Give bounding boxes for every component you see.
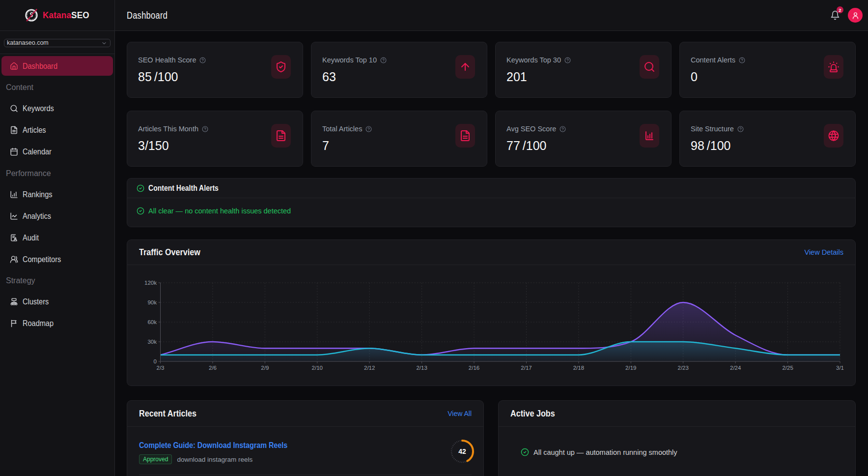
svg-text:2/6: 2/6 bbox=[209, 365, 217, 371]
svg-text:2/12: 2/12 bbox=[364, 365, 375, 371]
svg-text:2/16: 2/16 bbox=[469, 365, 479, 371]
svg-text:2/19: 2/19 bbox=[625, 365, 636, 371]
svg-text:2/17: 2/17 bbox=[521, 365, 532, 371]
svg-text:2/9: 2/9 bbox=[261, 365, 269, 371]
svg-text:90k: 90k bbox=[147, 299, 157, 305]
svg-text:2/18: 2/18 bbox=[573, 365, 584, 371]
svg-text:2/25: 2/25 bbox=[782, 365, 793, 371]
svg-text:2/3: 2/3 bbox=[157, 365, 165, 371]
svg-text:2/23: 2/23 bbox=[678, 365, 689, 371]
svg-text:30k: 30k bbox=[147, 339, 157, 345]
svg-text:42: 42 bbox=[458, 447, 466, 455]
svg-text:0: 0 bbox=[154, 358, 157, 364]
svg-text:120k: 120k bbox=[144, 280, 157, 286]
svg-text:60k: 60k bbox=[147, 319, 157, 325]
svg-text:2/13: 2/13 bbox=[416, 365, 427, 371]
svg-text:2/24: 2/24 bbox=[730, 365, 741, 371]
svg-text:2/10: 2/10 bbox=[312, 365, 323, 371]
svg-text:3/1: 3/1 bbox=[836, 365, 844, 371]
